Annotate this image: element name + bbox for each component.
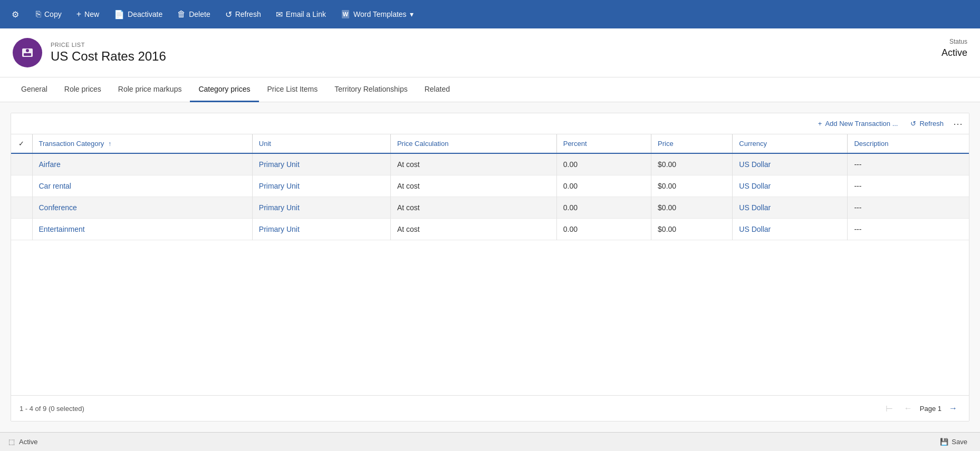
svg-rect-4 bbox=[24, 53, 31, 56]
header-price[interactable]: Price bbox=[651, 134, 733, 153]
delete-button[interactable]: 🗑 Delete bbox=[170, 6, 217, 22]
refresh-label: Refresh bbox=[235, 10, 261, 18]
conference-unit-link[interactable]: Primary Unit bbox=[259, 203, 300, 212]
row-check[interactable] bbox=[11, 153, 32, 175]
save-button[interactable]: 💾 Save bbox=[936, 436, 972, 448]
tab-related[interactable]: Related bbox=[416, 77, 458, 102]
new-button[interactable]: + New bbox=[69, 6, 107, 22]
row-check[interactable] bbox=[11, 219, 32, 240]
copy-icon: ⎘ bbox=[36, 9, 41, 19]
header-check[interactable]: ✓ bbox=[11, 134, 32, 153]
airfare-currency-link[interactable]: US Dollar bbox=[739, 160, 771, 169]
add-new-transaction-button[interactable]: + Add New Transaction ... bbox=[815, 117, 901, 130]
tab-general[interactable]: General bbox=[13, 77, 56, 102]
record-title: US Cost Rates 2016 bbox=[51, 49, 166, 64]
transaction-category-cell: Conference bbox=[32, 197, 252, 219]
more-options-button[interactable]: ⋯ bbox=[953, 118, 963, 130]
pagination-controls: ⊢ ← Page 1 → bbox=[882, 401, 960, 416]
percent-cell: 0.00 bbox=[556, 197, 651, 219]
conference-currency-link[interactable]: US Dollar bbox=[739, 203, 771, 212]
new-icon: + bbox=[76, 9, 81, 19]
tab-price-list-items[interactable]: Price List Items bbox=[259, 77, 326, 102]
prev-page-button[interactable]: ← bbox=[901, 401, 916, 416]
grid-refresh-label: Refresh bbox=[919, 120, 944, 128]
save-icon: 💾 bbox=[940, 438, 948, 446]
description-cell: --- bbox=[848, 175, 969, 197]
settings-button[interactable]: ⚙ bbox=[4, 6, 26, 23]
grid-table-wrap: ✓ Transaction Category ↑ Unit Price Calc… bbox=[11, 134, 969, 395]
transaction-category-cell: Car rental bbox=[32, 175, 252, 197]
row-check[interactable] bbox=[11, 175, 32, 197]
row-check[interactable] bbox=[11, 197, 32, 219]
tab-role-price-markups[interactable]: Role price markups bbox=[110, 77, 190, 102]
unit-cell: Primary Unit bbox=[252, 153, 390, 175]
header-left: PRICE LIST US Cost Rates 2016 bbox=[13, 38, 166, 67]
unit-cell: Primary Unit bbox=[252, 197, 390, 219]
airfare-unit-link[interactable]: Primary Unit bbox=[259, 160, 300, 169]
record-header: PRICE LIST US Cost Rates 2016 Status Act… bbox=[0, 28, 980, 77]
currency-cell: US Dollar bbox=[733, 219, 848, 240]
word-templates-button[interactable]: W Word Templates ▾ bbox=[333, 6, 421, 22]
header-description[interactable]: Description bbox=[848, 134, 969, 153]
first-page-button[interactable]: ⊢ bbox=[882, 401, 897, 416]
deactivate-button[interactable]: 📄 Deactivate bbox=[107, 6, 170, 23]
header-percent[interactable]: Percent bbox=[556, 134, 651, 153]
tabs-bar: General Role prices Role price markups C… bbox=[0, 77, 980, 102]
table-body: Airfare Primary Unit At cost 0.00 $0.00 … bbox=[11, 153, 969, 240]
entertainment-link[interactable]: Entertainment bbox=[39, 225, 85, 233]
header-currency[interactable]: Currency bbox=[733, 134, 848, 153]
next-page-button[interactable]: → bbox=[946, 401, 960, 416]
svg-point-3 bbox=[26, 49, 29, 52]
deactivate-icon: 📄 bbox=[114, 9, 124, 19]
copy-button[interactable]: ⎘ Copy bbox=[28, 6, 69, 22]
save-label: Save bbox=[952, 438, 967, 446]
header-transaction-category[interactable]: Transaction Category ↑ bbox=[32, 134, 252, 153]
currency-cell: US Dollar bbox=[733, 197, 848, 219]
price-cell: $0.00 bbox=[651, 197, 733, 219]
tab-territory-relationships[interactable]: Territory Relationships bbox=[326, 77, 416, 102]
conference-link[interactable]: Conference bbox=[39, 203, 77, 212]
grid-panel: + Add New Transaction ... ↺ Refresh ⋯ ✓ … bbox=[11, 113, 969, 421]
grid-refresh-button[interactable]: ↺ Refresh bbox=[907, 117, 947, 130]
email-icon: ✉ bbox=[276, 9, 283, 19]
car-rental-unit-link[interactable]: Primary Unit bbox=[259, 182, 300, 190]
car-rental-link[interactable]: Car rental bbox=[39, 182, 71, 190]
table-header: ✓ Transaction Category ↑ Unit Price Calc… bbox=[11, 134, 969, 153]
word-templates-chevron: ▾ bbox=[410, 10, 414, 18]
airfare-link[interactable]: Airfare bbox=[39, 160, 61, 169]
avatar bbox=[13, 38, 42, 67]
email-link-button[interactable]: ✉ Email a Link bbox=[268, 6, 333, 23]
record-info: PRICE LIST US Cost Rates 2016 bbox=[51, 42, 166, 64]
plus-icon: + bbox=[818, 120, 822, 128]
status-bar-left: ⬚ Active bbox=[8, 438, 37, 446]
tab-category-prices[interactable]: Category prices bbox=[190, 77, 258, 102]
gear-icon: ⚙ bbox=[12, 9, 19, 19]
table-row: Entertainment Primary Unit At cost 0.00 … bbox=[11, 219, 969, 240]
table-row: Car rental Primary Unit At cost 0.00 $0.… bbox=[11, 175, 969, 197]
grid-refresh-icon: ↺ bbox=[910, 120, 916, 128]
svg-text:W: W bbox=[343, 11, 349, 17]
price-cell: $0.00 bbox=[651, 153, 733, 175]
percent-cell: 0.00 bbox=[556, 219, 651, 240]
transaction-category-cell: Airfare bbox=[32, 153, 252, 175]
status-section: Status Active bbox=[941, 38, 967, 58]
description-cell: --- bbox=[848, 153, 969, 175]
deactivate-label: Deactivate bbox=[128, 10, 162, 18]
statusbar-status: Active bbox=[19, 438, 37, 446]
header-unit[interactable]: Unit bbox=[252, 134, 390, 153]
percent-cell: 0.00 bbox=[556, 153, 651, 175]
car-rental-currency-link[interactable]: US Dollar bbox=[739, 182, 771, 190]
price-cell: $0.00 bbox=[651, 219, 733, 240]
refresh-icon: ↺ bbox=[225, 9, 232, 19]
header-price-calculation[interactable]: Price Calculation bbox=[390, 134, 556, 153]
tab-role-prices[interactable]: Role prices bbox=[56, 77, 110, 102]
status-value: Active bbox=[941, 47, 967, 58]
price-cell: $0.00 bbox=[651, 175, 733, 197]
entertainment-currency-link[interactable]: US Dollar bbox=[739, 225, 771, 233]
main-content: + Add New Transaction ... ↺ Refresh ⋯ ✓ … bbox=[0, 102, 980, 432]
refresh-button[interactable]: ↺ Refresh bbox=[218, 6, 268, 23]
status-label: Status bbox=[949, 38, 967, 45]
word-icon: W bbox=[341, 9, 350, 19]
sort-icon: ↑ bbox=[108, 140, 111, 148]
entertainment-unit-link[interactable]: Primary Unit bbox=[259, 225, 300, 233]
